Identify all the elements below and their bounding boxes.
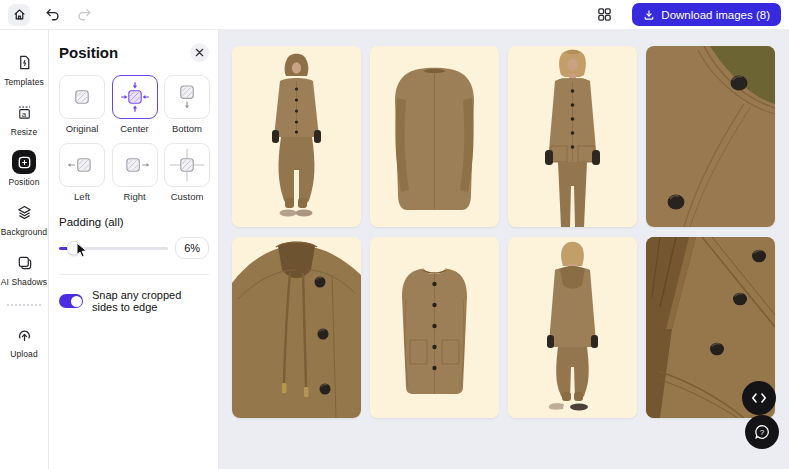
product-image xyxy=(508,46,637,227)
sidebar-label: Resize xyxy=(11,127,38,137)
background-layers-icon xyxy=(16,204,33,221)
position-option-original[interactable] xyxy=(59,75,105,119)
home-icon xyxy=(13,8,26,21)
home-button[interactable] xyxy=(8,4,30,26)
snap-toggle-row: Snap any cropped sides to edge xyxy=(59,289,209,313)
download-images-button[interactable]: Download images (8) xyxy=(632,3,781,26)
product-image xyxy=(370,46,499,227)
panel-title: Position xyxy=(59,44,118,61)
toggle-knob xyxy=(71,296,82,307)
product-image xyxy=(370,237,499,418)
position-options: Original Center xyxy=(59,75,209,202)
undo-button[interactable] xyxy=(42,5,62,25)
sidebar-item-resize[interactable]: a Resize xyxy=(0,100,49,137)
snap-toggle-label: Snap any cropped sides to edge xyxy=(92,289,209,313)
sidebar-item-ai-shadows[interactable]: AI Shadows xyxy=(0,250,49,287)
tile-label: Center xyxy=(120,123,149,134)
sidebar-item-upload[interactable]: Upload xyxy=(0,322,49,359)
redo-button[interactable] xyxy=(74,5,94,25)
tile-label: Right xyxy=(123,191,145,202)
image-grid xyxy=(232,46,775,418)
snap-toggle[interactable] xyxy=(59,294,83,308)
sidebar-divider xyxy=(7,304,41,306)
tile-label: Left xyxy=(74,191,90,202)
product-image xyxy=(232,237,361,418)
gallery-card-model-back[interactable] xyxy=(508,237,637,418)
sidebar-item-background[interactable]: Background xyxy=(0,200,49,237)
padding-slider-row: 6% xyxy=(59,237,209,259)
sidebar-label: Upload xyxy=(10,349,38,359)
sidebar-rail: Templates a Resize Position Background xyxy=(0,30,49,469)
help-icon: ? xyxy=(753,423,771,441)
sidebar-label: Background xyxy=(1,227,47,237)
gallery-card-closeup-hood-drawstrings[interactable] xyxy=(232,237,361,418)
app-window: Download images (8) Templates a Resize P… xyxy=(0,0,789,469)
svg-text:a: a xyxy=(21,109,26,118)
sidebar-label: AI Shadows xyxy=(1,277,47,287)
sidebar-item-position[interactable]: Position xyxy=(0,150,49,187)
panel-close-button[interactable] xyxy=(190,43,209,62)
custom-position-icon xyxy=(165,143,209,187)
canvas: ? xyxy=(219,30,789,469)
product-image xyxy=(232,46,361,227)
gallery-card-model-front-hood-down[interactable] xyxy=(508,46,637,227)
close-icon xyxy=(195,48,204,57)
padding-value[interactable]: 6% xyxy=(175,237,209,259)
templates-icon xyxy=(16,54,33,71)
sidebar-label: Templates xyxy=(4,77,44,87)
gallery-card-model-front-hood-up[interactable] xyxy=(232,46,361,227)
download-label: Download images (8) xyxy=(661,9,770,21)
topbar: Download images (8) xyxy=(0,0,789,30)
position-option-right[interactable] xyxy=(112,143,158,187)
redo-icon xyxy=(77,7,92,22)
panel-divider xyxy=(59,274,209,275)
right-position-icon xyxy=(113,143,157,187)
resize-icon: a xyxy=(16,104,33,121)
help-button[interactable]: ? xyxy=(745,415,779,449)
sidebar-item-templates[interactable]: Templates xyxy=(0,50,49,87)
gallery-card-coat-front[interactable] xyxy=(370,237,499,418)
gallery-card-closeup-collar[interactable] xyxy=(646,46,775,227)
position-option-custom[interactable] xyxy=(164,143,210,187)
svg-text:?: ? xyxy=(760,428,765,437)
position-option-left[interactable] xyxy=(59,143,105,187)
undo-icon xyxy=(45,7,60,22)
ai-shadows-icon xyxy=(16,254,33,271)
code-icon xyxy=(751,392,767,404)
position-icon xyxy=(16,154,33,171)
center-position-icon xyxy=(113,75,157,119)
upload-icon xyxy=(16,326,33,343)
padding-label: Padding (all) xyxy=(59,216,209,228)
tile-label: Original xyxy=(66,123,99,134)
position-panel: Position Original xyxy=(49,30,219,469)
embed-code-button[interactable] xyxy=(742,381,776,415)
slider-thumb[interactable] xyxy=(68,242,81,255)
bottom-position-icon xyxy=(165,75,209,119)
position-option-bottom[interactable] xyxy=(164,75,210,119)
tile-label: Bottom xyxy=(172,123,202,134)
product-image xyxy=(508,237,637,418)
sidebar-label: Position xyxy=(8,177,39,187)
product-image xyxy=(646,46,775,227)
gallery-card-coat-back[interactable] xyxy=(370,46,499,227)
grid-icon xyxy=(597,7,612,22)
position-option-center[interactable] xyxy=(112,75,158,119)
original-position-icon xyxy=(60,75,104,119)
left-position-icon xyxy=(60,143,104,187)
padding-slider[interactable] xyxy=(59,247,168,250)
gallery-grid-button[interactable] xyxy=(594,5,614,25)
download-icon xyxy=(643,9,655,21)
tile-label: Custom xyxy=(171,191,204,202)
